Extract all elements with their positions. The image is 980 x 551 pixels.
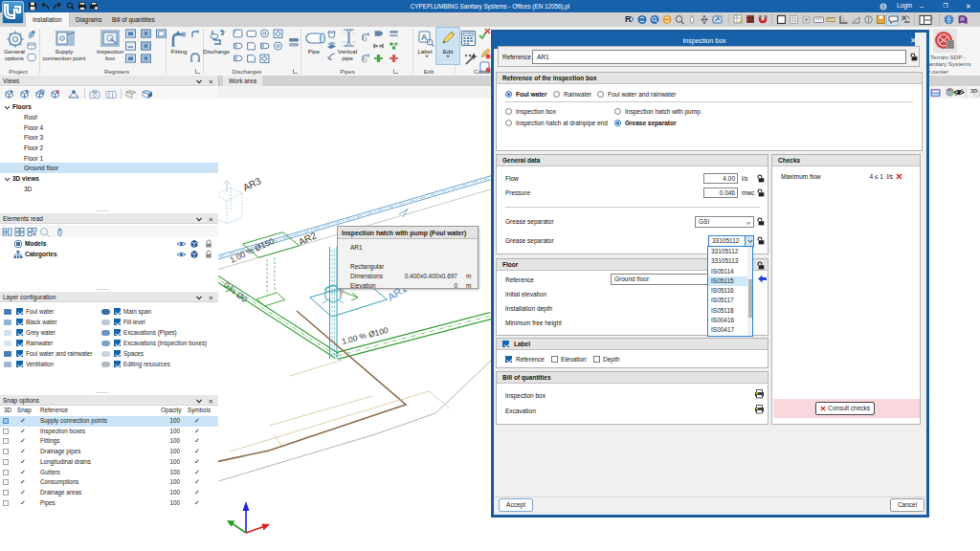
svg-text:R: R: [625, 14, 632, 24]
svg-text:1.00 % Ø100: 1.00 % Ø100: [341, 325, 390, 346]
svg-text:AR3: AR3: [241, 175, 263, 193]
svg-text:0 % Ø0: 0 % Ø0: [222, 280, 250, 305]
svg-text:AR2: AR2: [297, 230, 319, 248]
